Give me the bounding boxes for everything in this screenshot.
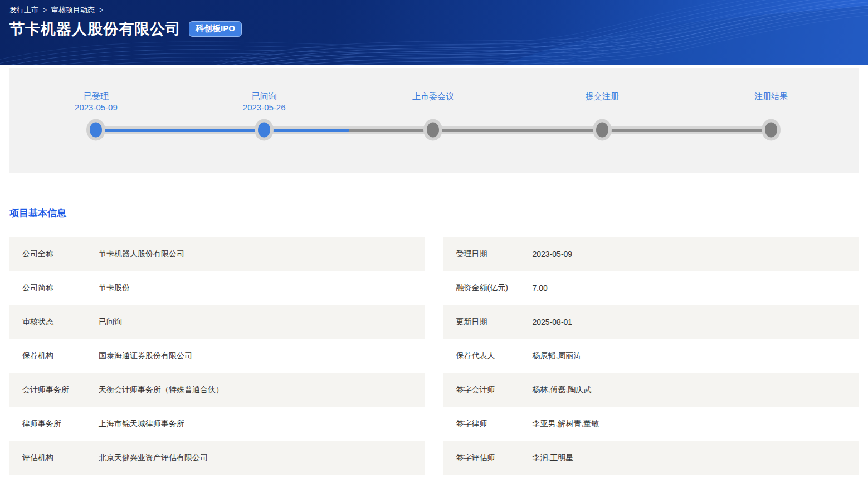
divider <box>521 452 521 464</box>
info-value: 节卡股份 <box>99 283 130 293</box>
info-row-signing-appraisers: 签字评估师 李润,王明星 <box>443 441 859 475</box>
info-table-right: 受理日期 2023-05-09 融资金额(亿元) 7.00 更新日期 2025-… <box>443 237 859 475</box>
board-ipo-badge: 科创板IPO <box>189 21 242 37</box>
info-row-acceptance-date: 受理日期 2023-05-09 <box>443 237 859 271</box>
timeline-dot-registration-submitted <box>596 123 608 138</box>
info-label: 更新日期 <box>456 317 521 327</box>
divider <box>87 350 87 362</box>
info-value: 国泰海通证券股份有限公司 <box>99 351 192 361</box>
info-label: 评估机构 <box>22 453 87 463</box>
section-title-basic-info: 项目基本信息 <box>9 207 868 220</box>
info-value: 北京天健兴业资产评估有限公司 <box>99 453 208 463</box>
stage-name: 已问询 <box>243 91 286 102</box>
divider <box>87 384 87 396</box>
info-label: 签字会计师 <box>456 385 521 395</box>
info-row-law-firm: 律师事务所 上海市锦天城律师事务所 <box>9 407 425 441</box>
basic-info-tables: 公司全称 节卡机器人股份有限公司 公司简称 节卡股份 审核状态 已问询 保荐机构… <box>9 237 859 475</box>
divider <box>87 282 87 294</box>
review-progress-timeline: 已受理 2023-05-09 已问询 2023-05-26 上市委会议 提交注册… <box>9 68 859 173</box>
info-label: 受理日期 <box>456 249 521 259</box>
divider <box>521 384 521 396</box>
divider <box>521 418 521 430</box>
info-value: 7.00 <box>533 284 548 293</box>
info-value: 节卡机器人股份有限公司 <box>99 249 184 259</box>
info-row-financing-amount: 融资金额(亿元) 7.00 <box>443 271 859 305</box>
info-value: 杨林,傅磊,陶庆武 <box>533 385 592 395</box>
timeline-stage-registration-submitted: 提交注册 <box>586 91 619 102</box>
info-value: 杨辰韬,周丽涛 <box>533 351 582 361</box>
timeline-progress-fill <box>96 129 349 132</box>
divider <box>521 350 521 362</box>
timeline-stage-committee-meeting: 上市委会议 <box>412 91 454 102</box>
breadcrumb-item-issuance[interactable]: 发行上市 <box>9 5 38 15</box>
timeline-dot-committee-meeting <box>427 123 439 138</box>
info-value: 天衡会计师事务所（特殊普通合伙） <box>99 385 223 395</box>
info-label: 公司全称 <box>22 249 87 259</box>
info-value: 已问询 <box>99 317 122 327</box>
breadcrumb: 发行上市 > 审核项目动态 > <box>9 5 868 15</box>
breadcrumb-separator-icon: > <box>99 6 103 14</box>
divider <box>87 248 87 260</box>
info-label: 律师事务所 <box>22 419 87 429</box>
info-value: 李亚男,解树青,董敏 <box>533 419 599 429</box>
info-row-company-full-name: 公司全称 节卡机器人股份有限公司 <box>9 237 425 271</box>
info-label: 签字律师 <box>456 419 521 429</box>
stage-name: 已受理 <box>75 91 118 102</box>
info-row-signing-lawyers: 签字律师 李亚男,解树青,董敏 <box>443 407 859 441</box>
divider <box>521 282 521 294</box>
stage-date: 2023-05-09 <box>75 102 118 113</box>
info-table-left: 公司全称 节卡机器人股份有限公司 公司简称 节卡股份 审核状态 已问询 保荐机构… <box>9 237 425 475</box>
info-label: 保荐机构 <box>22 351 87 361</box>
info-row-appraisal-institution: 评估机构 北京天健兴业资产评估有限公司 <box>9 441 425 475</box>
info-row-company-short-name: 公司简称 节卡股份 <box>9 271 425 305</box>
stage-name: 提交注册 <box>586 91 619 102</box>
divider <box>87 452 87 464</box>
timeline-stage-registration-result: 注册结果 <box>754 91 788 102</box>
timeline-stage-inquired: 已问询 2023-05-26 <box>243 91 286 113</box>
timeline-stage-accepted: 已受理 2023-05-09 <box>75 91 118 113</box>
divider <box>521 316 521 328</box>
timeline-dot-registration-result <box>765 123 777 138</box>
info-row-sponsor-representatives: 保荐代表人 杨辰韬,周丽涛 <box>443 339 859 373</box>
info-value: 2025-08-01 <box>533 318 573 327</box>
info-row-review-status: 审核状态 已问询 <box>9 305 425 339</box>
timeline-dot-accepted <box>90 123 102 138</box>
stage-name: 上市委会议 <box>412 91 454 102</box>
info-label: 会计师事务所 <box>22 385 87 395</box>
timeline-dot-inquired <box>258 123 270 138</box>
info-label: 审核状态 <box>22 317 87 327</box>
page-header-banner: 发行上市 > 审核项目动态 > 节卡机器人股份有限公司 科创板IPO <box>0 0 868 65</box>
divider <box>521 248 521 260</box>
stage-name: 注册结果 <box>754 91 788 102</box>
info-label: 融资金额(亿元) <box>456 283 521 293</box>
info-value: 2023-05-09 <box>533 250 573 259</box>
breadcrumb-separator-icon: > <box>43 6 47 14</box>
divider <box>87 316 87 328</box>
info-value: 李润,王明星 <box>533 453 574 463</box>
info-row-update-date: 更新日期 2025-08-01 <box>443 305 859 339</box>
info-label: 公司简称 <box>22 283 87 293</box>
divider <box>87 418 87 430</box>
info-row-sponsor-institution: 保荐机构 国泰海通证券股份有限公司 <box>9 339 425 373</box>
stage-date: 2023-05-26 <box>243 102 286 113</box>
breadcrumb-item-review-dynamics[interactable]: 审核项目动态 <box>51 5 95 15</box>
page-title: 节卡机器人股份有限公司 <box>9 19 181 39</box>
info-value: 上海市锦天城律师事务所 <box>99 419 184 429</box>
info-label: 保荐代表人 <box>456 351 521 361</box>
info-row-accounting-firm: 会计师事务所 天衡会计师事务所（特殊普通合伙） <box>9 373 425 407</box>
info-row-signing-accountants: 签字会计师 杨林,傅磊,陶庆武 <box>443 373 859 407</box>
info-label: 签字评估师 <box>456 453 521 463</box>
